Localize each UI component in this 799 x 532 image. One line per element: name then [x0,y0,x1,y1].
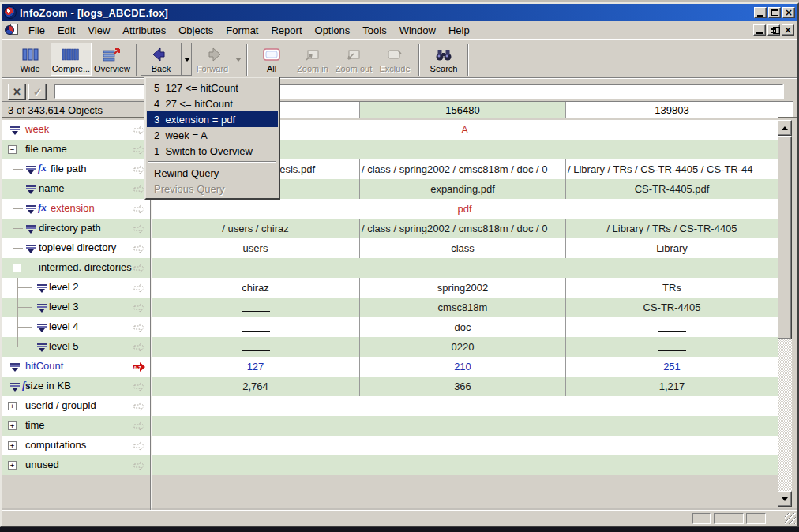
table-cell[interactable]: 1,217 [565,377,778,396]
menubar-item-edit[interactable]: Edit [51,22,81,39]
history-menu-item-3[interactable]: 3 extension = pdf [147,111,278,127]
table-row[interactable]: 2,7643661,217 [152,377,778,396]
confirm-edit-button[interactable]: ✓ [28,84,47,100]
table-cell[interactable]: TRs [565,278,778,298]
sort-a-z-icon[interactable]: A-Z [133,362,145,374]
attribute-row-level-3[interactable]: level 3 [2,298,150,317]
table-cell[interactable]: expanding.pdf [359,179,565,199]
menubar-item-file[interactable]: File [22,22,51,39]
scroll-up-button[interactable] [778,120,792,136]
table-cell[interactable] [152,298,359,317]
expand-expander[interactable]: + [8,441,17,450]
mdi-minimize-button[interactable] [753,24,766,36]
attribute-row-unused[interactable]: +unused [2,455,150,475]
objects-count-cell[interactable]: 139803 [565,102,778,118]
table-cell[interactable]: / class / spring2002 / cmsc818m / doc / … [359,159,565,179]
table-cell[interactable]: 127 [152,357,359,377]
app-icon[interactable] [4,6,17,19]
history-menu-item-2[interactable]: 4 27 <= hitCount [147,96,278,111]
attribute-row-hitcount[interactable]: hitCountA-Z [2,357,150,377]
table-cell[interactable]: 366 [359,377,565,396]
table-cell[interactable]: 210 [359,357,565,377]
document-icon[interactable] [5,24,18,36]
vertical-scrollbar[interactable] [778,120,792,507]
table-cell[interactable]: 0220 [359,337,565,357]
menubar-item-window[interactable]: Window [393,22,442,39]
attribute-row-intermed-directories[interactable]: −intermed. directories [2,258,150,278]
table-row[interactable]: 0220 [152,337,778,357]
resize-grip[interactable] [785,513,796,524]
table-cell[interactable]: / class / spring2002 / cmsc818m / doc / … [359,219,565,238]
table-row[interactable] [152,258,778,278]
exclude-button[interactable]: Exclude [374,43,415,76]
objects-count-cell[interactable]: 156480 [359,102,565,118]
table-row[interactable]: cmsc818mCS-TR-4405 [152,298,778,317]
history-menu-item-8[interactable]: Previous Query [147,181,278,197]
history-menu-item-1[interactable]: 5 127 <= hitCount [147,80,278,96]
attribute-row-file-path[interactable]: fxfile path [2,159,150,179]
expand-expander[interactable]: + [8,421,17,430]
title-bar[interactable]: InfoZoom - [logs_ABCDE.fox] × [2,4,797,21]
table-cell[interactable]: 2,764 [152,377,359,396]
history-menu-item-7[interactable]: Rewind Query [147,165,278,181]
menubar-item-options[interactable]: Options [309,22,357,39]
all-button[interactable]: All [251,43,292,76]
overview-button[interactable]: Overview [92,43,133,76]
attribute-row-directory-path[interactable]: directory path [2,219,150,238]
table-cell[interactable]: Library [565,238,778,258]
attribute-row-week[interactable]: week [2,120,150,140]
collapse-expander[interactable]: − [8,145,17,154]
back-dropdown-button[interactable] [182,43,192,76]
table-cell[interactable]: cmsc818m [359,298,565,317]
attribute-row-userid-groupid[interactable]: +userid / groupid [2,396,150,416]
attribute-row-extension[interactable]: fxextension [2,199,150,219]
table-row[interactable]: / users / chiraz/ class / spring2002 / c… [152,219,778,238]
attribute-row-time[interactable]: +time [2,416,150,436]
attribute-row-level-2[interactable]: level 2 [2,278,150,298]
expand-expander[interactable]: + [8,402,17,410]
attribute-row-name[interactable]: name [2,179,150,199]
cancel-edit-button[interactable]: ✕ [8,84,26,100]
history-menu-item-5[interactable]: 1 Switch to Overview [147,143,278,159]
table-cell[interactable] [565,337,778,357]
menubar-item-attributes[interactable]: Attributes [116,22,172,39]
forward-button[interactable]: Forward [192,43,233,76]
expand-expander[interactable]: + [8,461,17,470]
table-cell[interactable] [152,317,359,337]
collapse-expander[interactable]: − [13,264,21,272]
history-menu-item-4[interactable]: 2 week = A [147,127,278,143]
menubar-item-report[interactable]: Report [264,22,308,39]
attribute-row-computations[interactable]: +computations [2,436,150,455]
search-button[interactable]: Search [423,43,464,76]
table-cell[interactable]: 251 [565,357,778,377]
minimize-button[interactable] [754,7,767,18]
table-row[interactable]: 127210251 [152,357,778,377]
table-cell[interactable]: / Library / TRs / CS-TR-4405 [565,219,778,238]
table-row[interactable]: chirazspring2002TRs [152,278,778,298]
menubar-item-view[interactable]: View [81,22,116,39]
table-cell[interactable]: spring2002 [359,278,565,298]
table-cell[interactable]: / users / chiraz [152,219,359,238]
table-cell[interactable]: CS-TR-4405 [565,298,778,317]
table-row[interactable] [152,455,778,475]
close-button[interactable]: × [782,7,795,18]
table-row[interactable] [152,416,778,436]
compre-button[interactable]: Compre... [51,43,92,76]
attribute-row-level-5[interactable]: level 5 [2,337,150,357]
attribute-row-file-name[interactable]: −file name [2,140,150,159]
back-button[interactable]: Back [141,43,182,76]
table-cell[interactable]: doc [359,317,565,337]
scroll-down-button[interactable] [778,491,792,507]
attribute-row-level-4[interactable]: level 4 [2,317,150,337]
table-cell[interactable] [152,337,359,357]
zoom-in-button[interactable]: Zoom in [292,43,333,76]
attribute-row-toplevel-directory[interactable]: toplevel directory [2,238,150,258]
zoom-out-button[interactable]: Zoom out [333,43,374,76]
table-row[interactable]: usersclassLibrary [152,238,778,258]
scrollbar-thumb[interactable] [778,136,792,339]
menubar-item-format[interactable]: Format [219,22,264,39]
table-cell[interactable]: users [152,238,359,258]
table-cell[interactable]: CS-TR-4405.pdf [565,179,778,199]
mdi-restore-button[interactable] [767,24,780,36]
maximize-button[interactable] [768,7,781,18]
